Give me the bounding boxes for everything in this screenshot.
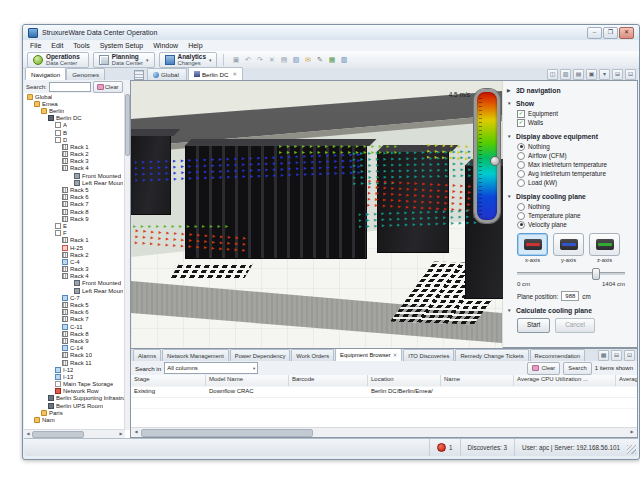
perspective-button[interactable]: Planning Data Center ▾	[93, 52, 155, 68]
collapse-arrow-icon[interactable]: ▼	[507, 194, 513, 199]
discoveries-status[interactable]: Discoveries: 3	[460, 439, 515, 456]
toolbar-icon[interactable]: ▧	[290, 54, 301, 65]
tree-item[interactable]: D	[24, 136, 125, 143]
tree-item[interactable]: Rack 6	[24, 194, 125, 201]
section-3d-navigation[interactable]: ▶ 3D navigation	[507, 87, 637, 94]
bottom-tab[interactable]: Remedy Change Tickets	[455, 349, 528, 361]
view-tab[interactable]: Global	[147, 68, 187, 80]
start-button[interactable]: Start	[517, 318, 550, 333]
toolbar-icon[interactable]: ↷	[254, 54, 265, 65]
tree-item[interactable]: Rack 7	[24, 316, 125, 323]
bottom-tab[interactable]: Recommendation	[530, 349, 585, 361]
panel-header-icon[interactable]: ▣	[586, 69, 597, 80]
section-display-above-equipment[interactable]: ▼ Display above equipment	[507, 133, 637, 140]
collapse-arrow-icon[interactable]: ▼	[507, 134, 513, 139]
tree-item[interactable]: Rack 2	[24, 251, 125, 258]
panel-header-icon[interactable]: ⊟	[611, 350, 622, 361]
section-calculate-cooling-plane[interactable]: ▼ Calculate cooling plane	[507, 307, 637, 314]
bottom-tab[interactable]: Equipment Browser ✕	[335, 349, 402, 361]
resize-grip[interactable]	[627, 445, 636, 454]
tree-item[interactable]: Nam	[24, 416, 125, 423]
tree-item[interactable]: Left Rear Moun	[24, 179, 125, 186]
tree-item[interactable]: Front Mounted	[24, 280, 125, 287]
tree-item[interactable]: Rack 3	[24, 158, 125, 165]
perspective-button[interactable]: Analytics Changes ▾	[159, 52, 218, 68]
panel-header-icon[interactable]: ▦	[598, 350, 609, 361]
slider-track[interactable]	[517, 272, 625, 275]
panel-header-icon[interactable]: ⊡	[625, 69, 636, 80]
tree-item[interactable]: Front Mounted	[24, 172, 125, 179]
tree-item[interactable]: Rack 1	[24, 143, 125, 150]
cooling-plane-radio-row[interactable]: Nothing	[517, 202, 637, 211]
minimize-button[interactable]: –	[587, 27, 602, 39]
left-panel-tab[interactable]: Genomes	[66, 68, 105, 80]
column-header[interactable]: Model Name	[206, 375, 289, 386]
bottom-tab[interactable]: Network Management	[162, 349, 229, 361]
tree-item[interactable]: I-13	[24, 373, 125, 380]
menu-item[interactable]: System Setup	[100, 42, 144, 49]
panel-header-icon[interactable]: ▥	[560, 69, 571, 80]
menu-item[interactable]: Window	[153, 42, 178, 49]
tree-item[interactable]: Rack 9	[24, 337, 125, 344]
column-header[interactable]: Average CPU Utilization ...	[514, 375, 616, 386]
toolbar-icon[interactable]: ▣	[230, 54, 241, 65]
axis-button[interactable]	[589, 233, 620, 256]
tree-item[interactable]: Rack 7	[24, 201, 125, 208]
tree-item[interactable]: F	[24, 230, 125, 237]
tree-item[interactable]: Rack 4	[24, 165, 125, 172]
table-row[interactable]: Existing Downflow CRAC Berlin DC/Berlin/…	[131, 386, 637, 398]
bottom-tab[interactable]: Work Orders	[291, 349, 334, 361]
tree-item[interactable]: Rack 5	[24, 186, 125, 193]
tree-item[interactable]: Left Rear Moun	[24, 287, 125, 294]
velocity-color-scale[interactable]	[474, 89, 500, 223]
column-header[interactable]: Barcode	[289, 375, 368, 386]
toolbar-icon[interactable]: ✕	[266, 54, 277, 65]
close-tab-icon[interactable]: ✕	[232, 71, 237, 77]
search-button[interactable]: Search	[563, 362, 591, 375]
tree-item[interactable]: E	[24, 222, 125, 229]
radio-button[interactable]	[517, 161, 525, 169]
tree-item[interactable]: Rack 5	[24, 301, 125, 308]
axis-button[interactable]	[517, 233, 548, 256]
radio-button[interactable]	[517, 170, 525, 178]
column-header[interactable]: Location	[368, 375, 441, 386]
radio-button[interactable]	[517, 152, 525, 160]
tree-search-input[interactable]	[49, 82, 91, 92]
close-button[interactable]: ✕	[619, 27, 634, 39]
tree-item[interactable]: Network Row	[24, 388, 125, 395]
tree-item[interactable]: Rack 8	[24, 330, 125, 337]
column-header[interactable]: Stage	[131, 375, 206, 386]
column-header[interactable]: Name	[441, 375, 514, 386]
cooling-plane-radio-row[interactable]: Velocity plane	[517, 220, 637, 229]
tree-item[interactable]: Rack 3	[24, 266, 125, 273]
bottom-tab[interactable]: Alarms	[133, 349, 161, 361]
checkbox[interactable]	[517, 110, 525, 118]
tree-item[interactable]: Rack 10	[24, 352, 125, 359]
panel-header-icon[interactable]: ⊟	[612, 69, 623, 80]
tree-item[interactable]: A	[24, 122, 125, 129]
toolbar-icon[interactable]: ✎	[314, 54, 325, 65]
axis-button[interactable]	[553, 233, 584, 256]
tree-item[interactable]: C-4	[24, 258, 125, 265]
tree-item[interactable]: B	[24, 129, 125, 136]
radio-button[interactable]	[517, 143, 525, 151]
section-display-cooling-plane[interactable]: ▼ Display cooling plane	[507, 193, 637, 200]
menu-item[interactable]: File	[30, 42, 41, 49]
collapse-arrow-icon[interactable]: ▼	[507, 308, 513, 313]
collapse-arrow-icon[interactable]: ▶	[507, 88, 513, 93]
panel-header-icon[interactable]: ▤	[573, 69, 584, 80]
chevron-down-icon[interactable]: ▾	[209, 57, 212, 63]
column-header[interactable]: Average Pow...	[616, 375, 637, 386]
toolbar-icon[interactable]: ↶	[242, 54, 253, 65]
radio-button[interactable]	[517, 212, 525, 220]
show-checkbox-row[interactable]: Walls	[517, 118, 637, 127]
tree-item[interactable]: Emea	[24, 100, 125, 107]
plane-position-slider[interactable]	[517, 268, 625, 278]
clear-search-button[interactable]: Clear	[527, 362, 560, 375]
cooling-plane-radio-row[interactable]: Temperature plane	[517, 211, 637, 220]
display-above-radio-row[interactable]: Avg inlet/return temperature	[517, 169, 637, 178]
table-horizontal-scrollbar[interactable]: ◀ ▶	[131, 427, 637, 437]
alarm-status[interactable]: 1	[429, 439, 460, 456]
tree-item[interactable]: I-12	[24, 366, 125, 373]
bottom-tab[interactable]: ITO Discoveries	[403, 349, 454, 361]
